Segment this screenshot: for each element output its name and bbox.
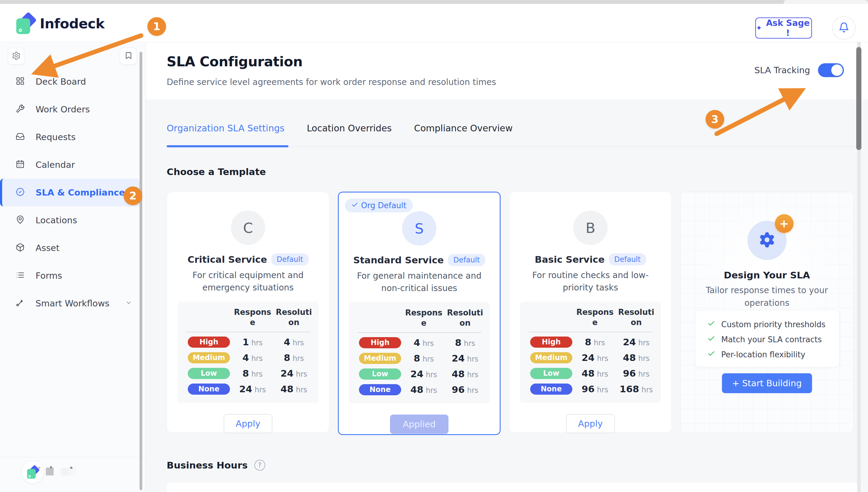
- ask-sage-button[interactable]: ✦ Ask Sage !: [755, 18, 812, 39]
- annotation-step-3: 3: [705, 110, 724, 129]
- column-response: Response: [405, 308, 442, 328]
- bookmark-icon: [124, 51, 132, 60]
- list-icon: [16, 271, 25, 281]
- choose-template-heading: Choose a Template: [167, 166, 266, 177]
- sidebar-item-asset[interactable]: Asset: [0, 234, 144, 262]
- bookmark-button[interactable]: [120, 48, 137, 65]
- applied-button[interactable]: Applied: [390, 415, 448, 434]
- design-title: Design Your SLA: [680, 270, 853, 280]
- table-row: Medium 24hrs 48hrs: [520, 350, 661, 366]
- template-avatar: S: [402, 211, 436, 246]
- sla-tracking-control: SLA Tracking: [754, 63, 844, 77]
- template-description: For general maintenance and non-critical…: [350, 270, 488, 294]
- sla-tracking-toggle[interactable]: [818, 63, 844, 77]
- sidebar-item-sla-compliance[interactable]: SLA & Compliance: [0, 179, 140, 206]
- infodeck-logo-icon: [16, 13, 35, 34]
- grid-icon: [16, 76, 25, 87]
- template-cards-row: C Critical Service Default For critical …: [167, 192, 853, 435]
- check-icon: [707, 335, 715, 344]
- footer-thumbnail: [38, 467, 40, 469]
- infodeck-footer-logo[interactable]: [22, 461, 44, 483]
- cube-icon: [16, 243, 25, 253]
- template-card-basic[interactable]: B Basic Service Default For routine chec…: [509, 192, 672, 433]
- template-name: Critical Service: [188, 254, 267, 265]
- business-hours-card: [167, 483, 858, 492]
- sidebar-settings-button[interactable]: [8, 48, 25, 65]
- template-card-standard[interactable]: Org Default S Standard Service Default F…: [338, 192, 501, 435]
- sidebar-item-locations[interactable]: Locations: [0, 206, 144, 234]
- default-badge: Default: [271, 253, 309, 266]
- table-row: High 8hrs 24hrs: [520, 334, 661, 350]
- table-row: Medium 8hrs 24hrs: [349, 350, 490, 366]
- sla-tracking-label: SLA Tracking: [754, 65, 810, 75]
- sidebar-item-deck-board[interactable]: Deck Board: [0, 68, 144, 96]
- template-description: For critical equipment and emergency sit…: [179, 269, 317, 294]
- page-header: SLA Configuration Define service level a…: [146, 42, 868, 99]
- design-your-sla-panel[interactable]: + Design Your SLA Tailor response times …: [680, 192, 853, 433]
- sidebar-scrollbar[interactable]: [140, 52, 142, 490]
- os-top-strip: [0, 0, 868, 4]
- active-tab-underline: [167, 145, 288, 147]
- notifications-button[interactable]: [832, 16, 855, 40]
- sparkles-icon: ✦: [756, 24, 762, 32]
- table-divider: [357, 332, 481, 333]
- start-building-button[interactable]: + Start Building: [722, 373, 812, 393]
- feature-item: Match your SLA contracts: [707, 332, 839, 347]
- default-badge: Default: [448, 254, 485, 266]
- priority-pill-high: High: [359, 337, 401, 348]
- apply-button[interactable]: Apply: [566, 414, 615, 433]
- footer-thumbnail: [46, 468, 54, 475]
- template-name: Basic Service: [535, 254, 605, 265]
- page-title: SLA Configuration: [167, 54, 303, 70]
- priority-pill-high: High: [188, 337, 230, 348]
- table-row: Medium 4hrs 8hrs: [177, 350, 318, 366]
- template-description: For routine checks and low-priority task…: [521, 269, 660, 294]
- page-subtitle: Define service level agreements for work…: [167, 77, 496, 87]
- priority-pill-medium: Medium: [188, 352, 230, 363]
- tab-compliance-overview[interactable]: Compliance Overview: [414, 123, 513, 146]
- column-resolution: Resolution: [618, 307, 655, 327]
- sidebar-item-smart-workflows[interactable]: Smart Workflows: [0, 290, 144, 317]
- column-resolution: Resolution: [275, 307, 313, 327]
- table-divider: [186, 332, 310, 332]
- template-avatar: B: [573, 211, 608, 245]
- priority-pill-low: Low: [188, 368, 230, 379]
- sidebar-item-requests[interactable]: Requests: [0, 123, 144, 151]
- sidebar-item-forms[interactable]: Forms: [0, 262, 144, 290]
- tab-bar: Organization SLA Settings Location Overr…: [167, 123, 513, 146]
- toggle-knob: [831, 65, 843, 76]
- calendar-icon: [16, 160, 25, 170]
- column-resolution: Resolution: [447, 308, 484, 328]
- content-area: Organization SLA Settings Location Overr…: [146, 99, 868, 492]
- apply-button[interactable]: Apply: [224, 414, 272, 433]
- infodeck-logo-icon: [27, 466, 39, 478]
- org-default-chip: Org Default: [345, 199, 413, 213]
- table-row: Low 8hrs 24hrs: [177, 366, 318, 381]
- priority-pill-high: High: [530, 337, 572, 348]
- tab-organization-sla-settings[interactable]: Organization SLA Settings: [167, 123, 285, 146]
- footer-thumbnail: [70, 467, 72, 469]
- check-icon: [707, 320, 715, 329]
- app-root: Infodeck ✦ Ask Sage !: [0, 0, 868, 492]
- design-feature-list: Custom priority thresholds Match your SL…: [695, 310, 840, 367]
- check-icon: [707, 350, 715, 360]
- table-divider: [528, 332, 652, 332]
- tab-location-overrides[interactable]: Location Overrides: [307, 123, 392, 146]
- help-icon[interactable]: ?: [255, 460, 265, 471]
- app-logo[interactable]: Infodeck: [16, 13, 104, 34]
- sidebar-item-calendar[interactable]: Calendar: [0, 151, 144, 179]
- gear-icon: [12, 51, 21, 61]
- table-row: Low 48hrs 96hrs: [520, 366, 661, 381]
- sidebar-item-work-orders[interactable]: Work Orders: [0, 96, 144, 123]
- priority-pill-medium: Medium: [530, 352, 572, 363]
- column-response: Response: [234, 307, 271, 327]
- wrench-icon: [16, 104, 25, 115]
- workflow-icon: [16, 298, 25, 309]
- template-card-critical[interactable]: C Critical Service Default For critical …: [167, 192, 330, 433]
- default-badge: Default: [609, 253, 646, 266]
- priority-pill-none: None: [188, 384, 230, 395]
- priority-pill-medium: Medium: [359, 353, 401, 364]
- annotation-step-1: 1: [147, 17, 166, 36]
- main-scrollbar-thumb[interactable]: [856, 47, 861, 150]
- priority-table: Response Resolution High 8hrs 24hrs Me: [520, 302, 661, 403]
